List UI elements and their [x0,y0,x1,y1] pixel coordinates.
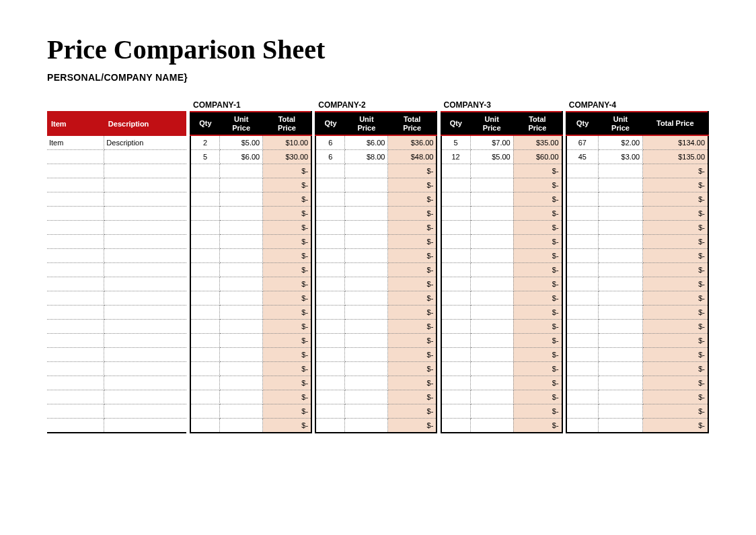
table-row[interactable]: $-$-$-$- [47,291,708,306]
cell-c3-qty[interactable]: 5 [441,135,470,150]
cell-description[interactable] [104,235,186,249]
table-row[interactable]: 5$6.00$30.006$8.00$48.0012$5.00$60.0045$… [47,150,708,164]
cell-c3-total[interactable]: $- [513,263,562,277]
cell-c2-qty[interactable] [315,235,344,249]
cell-item[interactable] [47,320,104,334]
cell-c4-unit[interactable] [598,207,642,221]
cell-c2-qty[interactable]: 6 [315,135,344,150]
cell-c3-unit[interactable] [470,390,513,404]
cell-c1-qty[interactable] [190,419,219,433]
cell-description[interactable] [104,192,186,207]
cell-c1-unit[interactable]: $6.00 [220,150,263,164]
cell-c1-total[interactable]: $- [263,348,311,362]
cell-c3-unit[interactable] [470,192,513,207]
cell-c3-qty[interactable] [441,348,470,362]
cell-c3-qty[interactable] [441,192,470,207]
cell-c3-unit[interactable]: $5.00 [470,150,513,164]
cell-item[interactable] [47,334,104,348]
cell-c3-total[interactable]: $- [513,320,562,334]
cell-c1-qty[interactable] [190,404,219,419]
cell-description[interactable] [104,164,186,178]
cell-c3-qty[interactable] [441,306,470,320]
cell-c1-qty[interactable] [190,207,219,221]
cell-c2-qty[interactable] [315,178,344,192]
cell-c4-unit[interactable] [598,404,642,419]
cell-description[interactable] [104,419,186,433]
cell-c2-unit[interactable] [345,348,388,362]
cell-c2-qty[interactable] [315,306,344,320]
cell-c3-unit[interactable] [470,249,513,263]
cell-c4-qty[interactable] [566,362,599,376]
cell-description[interactable] [104,178,186,192]
cell-c2-total[interactable]: $- [388,390,437,404]
cell-c3-qty[interactable] [441,390,470,404]
cell-c3-total[interactable]: $- [513,235,562,249]
cell-c3-total[interactable]: $- [513,221,562,235]
cell-c3-unit[interactable] [470,334,513,348]
cell-c1-unit[interactable] [220,404,263,419]
cell-c1-qty[interactable] [190,263,219,277]
cell-c1-unit[interactable] [220,192,263,207]
cell-description[interactable] [104,207,186,221]
cell-c1-unit[interactable] [220,291,263,306]
cell-c4-total[interactable]: $- [643,263,708,277]
cell-c2-total[interactable]: $- [388,320,437,334]
cell-c4-qty[interactable] [566,235,599,249]
cell-c1-total[interactable]: $- [263,291,311,306]
cell-c2-qty[interactable] [315,277,344,291]
cell-c2-total[interactable]: $- [388,178,437,192]
cell-c1-qty[interactable] [190,320,219,334]
cell-item[interactable] [47,277,104,291]
cell-c1-total[interactable]: $- [263,419,311,433]
cell-description[interactable] [104,320,186,334]
cell-c4-qty[interactable] [566,164,599,178]
cell-c2-qty[interactable] [315,419,344,433]
table-row[interactable]: $-$-$-$- [47,207,708,221]
cell-c4-total[interactable]: $- [643,277,708,291]
cell-c1-total[interactable]: $- [263,192,311,207]
cell-c3-total[interactable]: $- [513,192,562,207]
cell-c1-total[interactable]: $- [263,390,311,404]
cell-c3-total[interactable]: $- [513,164,562,178]
cell-c4-total[interactable]: $- [643,362,708,376]
cell-c2-qty[interactable]: 6 [315,150,344,164]
cell-c1-unit[interactable] [220,263,263,277]
table-row[interactable]: $-$-$-$- [47,404,708,419]
cell-c4-total[interactable]: $- [643,306,708,320]
table-row[interactable]: ItemDescription2$5.00$10.006$6.00$36.005… [47,135,708,150]
cell-item[interactable] [47,207,104,221]
cell-c4-qty[interactable] [566,291,599,306]
table-row[interactable]: $-$-$-$- [47,306,708,320]
cell-c2-total[interactable]: $- [388,235,437,249]
table-row[interactable]: $-$-$-$- [47,362,708,376]
cell-c4-unit[interactable] [598,164,642,178]
cell-c4-unit[interactable] [598,376,642,390]
cell-c3-total[interactable]: $- [513,249,562,263]
cell-c4-unit[interactable] [598,291,642,306]
cell-c3-total[interactable]: $- [513,306,562,320]
cell-c1-unit[interactable] [220,235,263,249]
cell-c4-total[interactable]: $- [643,348,708,362]
cell-c1-total[interactable]: $- [263,306,311,320]
cell-c3-unit[interactable] [470,221,513,235]
cell-description[interactable] [104,221,186,235]
cell-c1-total[interactable]: $- [263,404,311,419]
cell-c3-total[interactable]: $- [513,334,562,348]
cell-c3-qty[interactable] [441,263,470,277]
cell-c1-qty[interactable] [190,390,219,404]
table-row[interactable]: $-$-$-$- [47,249,708,263]
cell-c2-unit[interactable] [345,419,388,433]
cell-c2-qty[interactable] [315,221,344,235]
cell-c3-total[interactable]: $- [513,207,562,221]
cell-c3-unit[interactable] [470,320,513,334]
cell-c2-qty[interactable] [315,320,344,334]
cell-c4-unit[interactable] [598,419,642,433]
cell-description[interactable] [104,263,186,277]
cell-c1-unit[interactable] [220,390,263,404]
cell-c3-unit[interactable] [470,235,513,249]
cell-c3-unit[interactable] [470,207,513,221]
cell-c4-unit[interactable] [598,192,642,207]
cell-c4-unit[interactable] [598,178,642,192]
cell-c3-qty[interactable] [441,404,470,419]
cell-c4-qty[interactable] [566,263,599,277]
